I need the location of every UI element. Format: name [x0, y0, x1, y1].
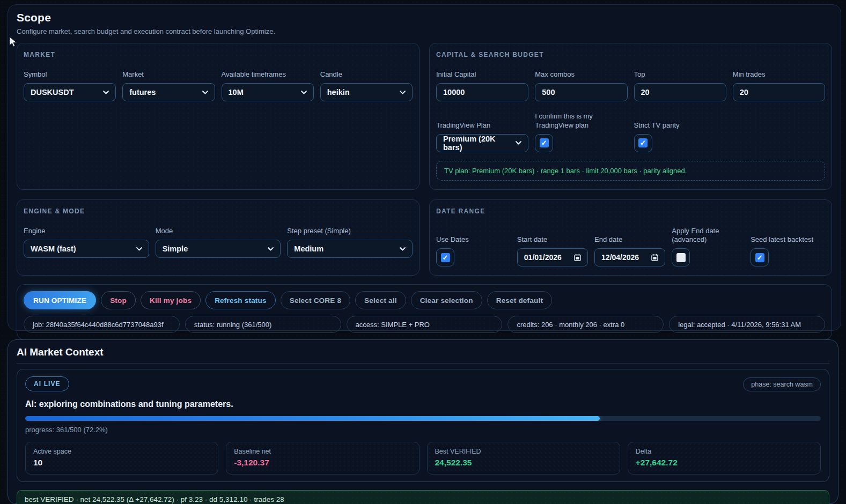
run-optimize-button[interactable]: RUN OPTIMIZE [24, 291, 96, 309]
symbol-value: DUSKUSDT [31, 88, 74, 97]
step-preset-label: Step preset (Simple) [287, 227, 413, 235]
initial-capital-label: Initial Capital [436, 70, 528, 79]
clear-selection-button[interactable]: Clear selection [411, 291, 482, 309]
engine-value: WASM (fast) [31, 244, 76, 253]
market-type-select[interactable]: futures [122, 83, 215, 101]
top-input[interactable] [634, 83, 726, 101]
min-trades-label: Min trades [733, 70, 825, 79]
best-verified-summary: best VERIFIED · net 24,522.35 (Δ +27,642… [17, 490, 829, 504]
timeframes-label: Available timeframes [222, 70, 314, 79]
active-space-label: Active space [33, 448, 210, 455]
engine-select[interactable]: WASM (fast) [24, 240, 149, 258]
delta-label: Delta [636, 448, 813, 455]
progress-bar-fill [25, 416, 600, 421]
calendar-icon [651, 254, 658, 261]
phase-chip: phase: search wasm [743, 377, 821, 391]
checkbox-unchecked [676, 253, 686, 262]
chevron-down-icon [268, 247, 274, 251]
confirm-plan-checkbox[interactable]: ✓ [535, 134, 553, 152]
baseline-net-value: -3,120.37 [234, 458, 411, 468]
legal-chip: legal: accepted · 4/11/2026, 9:56:31 AM [669, 316, 825, 333]
tv-plan-note: TV plan: Premium (20K bars) · range 1 ba… [436, 161, 825, 181]
ai-market-context-card: AI Market Context AI LIVE phase: search … [8, 339, 838, 504]
checkmark-icon: ✓ [755, 253, 764, 262]
use-dates-label: Use Dates [436, 235, 511, 244]
delta-value: +27,642.72 [636, 458, 813, 468]
button-row: RUN OPTIMIZE Stop Kill my jobs Refresh s… [24, 291, 825, 309]
apply-end-date-label: Apply End date (advanced) [672, 227, 744, 244]
best-verified-value: 24,522.35 [435, 458, 612, 468]
chevron-down-icon [136, 247, 142, 251]
engine-label: Engine [24, 227, 149, 235]
progress-text: progress: 361/500 (72.2%) [25, 426, 821, 434]
access-chip: access: SIMPLE + PRO [347, 316, 503, 333]
scope-card: Scope Configure market, search budget an… [8, 4, 841, 331]
active-space-value: 10 [33, 458, 210, 468]
capital-heading: CAPITAL & SEARCH BUDGET [436, 51, 825, 58]
use-dates-checkbox[interactable]: ✓ [436, 248, 454, 266]
baseline-net-label: Baseline net [234, 448, 411, 455]
tv-plan-select[interactable]: Premium (20K bars) [436, 134, 528, 152]
start-date-label: Start date [517, 235, 588, 244]
delta-card: Delta +27,642.72 [628, 442, 821, 475]
refresh-status-button[interactable]: Refresh status [205, 291, 276, 309]
select-core8-button[interactable]: Select CORE 8 [281, 291, 350, 309]
confirm-plan-label: I confirm this is my TradingView plan [535, 112, 627, 130]
strict-parity-checkbox[interactable]: ✓ [634, 134, 652, 152]
timeframes-select[interactable]: 10M [222, 83, 314, 101]
calendar-icon [574, 254, 581, 261]
scope-grid: MARKET Symbol DUSKUSDT Market futures [17, 43, 832, 276]
max-combos-input[interactable] [535, 83, 627, 101]
capital-panel: CAPITAL & SEARCH BUDGET Initial Capital … [429, 43, 832, 190]
chevron-down-icon [516, 141, 521, 145]
ai-status-text: AI: exploring combinations and tuning pa… [25, 399, 821, 409]
credits-chip: credits: 206 · monthly 206 · extra 0 [507, 316, 664, 333]
timeframes-value: 10M [229, 88, 244, 97]
top-label: Top [634, 70, 726, 79]
engine-heading: ENGINE & MODE [24, 207, 413, 215]
kill-jobs-button[interactable]: Kill my jobs [141, 291, 201, 309]
symbol-select[interactable]: DUSKUSDT [24, 83, 116, 101]
engine-panel: ENGINE & MODE Engine WASM (fast) Mode Si… [17, 199, 420, 276]
market-heading: MARKET [24, 51, 413, 58]
tv-plan-label: TradingView Plan [436, 121, 528, 130]
baseline-net-card: Baseline net -3,120.37 [226, 442, 419, 475]
candle-label: Candle [320, 70, 413, 79]
mode-select[interactable]: Simple [156, 240, 281, 258]
end-date-label: End date [594, 235, 665, 244]
step-preset-value: Medium [294, 244, 323, 253]
strict-parity-label: Strict TV parity [634, 121, 726, 130]
mode-label: Mode [156, 227, 281, 235]
candle-select[interactable]: heikin [320, 83, 413, 101]
reset-default-button[interactable]: Reset default [487, 291, 552, 309]
ai-live-badge: AI LIVE [25, 376, 69, 391]
date-range-heading: DATE RANGE [436, 207, 825, 215]
best-verified-card: Best VERIFIED 24,522.35 [427, 442, 620, 475]
tv-plan-value: Premium (20K bars) [443, 135, 511, 152]
end-date-input[interactable]: 12/04/2026 [594, 248, 665, 266]
min-trades-input[interactable] [733, 83, 825, 101]
step-preset-select[interactable]: Medium [287, 240, 413, 258]
checkmark-icon: ✓ [638, 138, 648, 147]
chevron-down-icon [202, 91, 208, 94]
symbol-label: Symbol [24, 70, 116, 79]
market-type-label: Market [122, 70, 215, 79]
chevron-down-icon [103, 91, 109, 94]
page-subtitle: Configure market, search budget and exec… [17, 27, 832, 35]
chevron-down-icon [400, 91, 406, 94]
start-date-input[interactable]: 01/01/2026 [517, 248, 588, 266]
max-combos-label: Max combos [535, 70, 627, 79]
stop-button[interactable]: Stop [101, 291, 136, 309]
best-verified-label: Best VERIFIED [435, 448, 612, 455]
mode-value: Simple [163, 244, 188, 253]
candle-value: heikin [327, 88, 350, 97]
page-title: Scope [17, 11, 832, 24]
seed-backtest-checkbox[interactable]: ✓ [751, 248, 769, 266]
select-all-button[interactable]: Select all [355, 291, 406, 309]
chevron-down-icon [400, 247, 406, 251]
start-date-value: 01/01/2026 [524, 253, 562, 262]
apply-end-date-checkbox[interactable] [672, 248, 690, 266]
chevron-down-icon [301, 91, 307, 94]
checkmark-icon: ✓ [540, 138, 549, 147]
initial-capital-input[interactable] [436, 83, 528, 101]
